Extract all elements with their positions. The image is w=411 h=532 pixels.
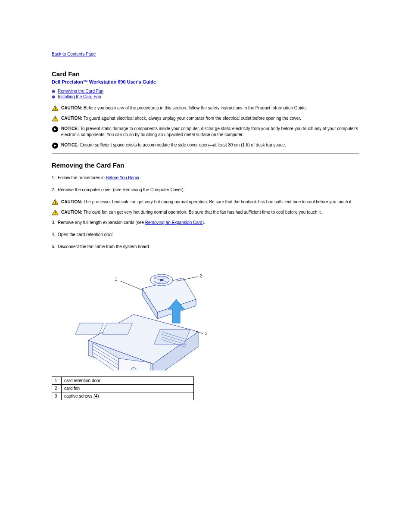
notice-arrow-icon (52, 142, 59, 149)
caution-notice: CAUTION: The card fan can get very hot d… (52, 209, 359, 215)
svg-rect-19 (55, 214, 55, 214)
callout-label: card fan (62, 385, 194, 392)
toc-link-removing[interactable]: Removing the Card Fan (58, 89, 103, 93)
toc-item: Installing the Card Fan (52, 94, 359, 99)
callout-label: captive screws (4) (62, 392, 194, 400)
caution-triangle-icon (52, 105, 59, 111)
notice-text: NOTICE: Ensure sufficient space exists t… (61, 142, 286, 148)
table-of-contents: Removing the Card Fan Installing the Car… (52, 89, 359, 99)
svg-rect-9 (55, 120, 55, 120)
card-fan-figure: 1 2 3 (69, 258, 211, 370)
notice-text: NOTICE: To prevent static damage to comp… (61, 126, 359, 138)
table-row: 3 captive screws (4) (52, 392, 194, 400)
bullet-icon (52, 95, 55, 99)
svg-text:1: 1 (115, 277, 117, 282)
caution-triangle-icon (52, 199, 59, 205)
svg-point-3 (53, 96, 53, 96)
divider (52, 153, 359, 154)
caution-triangle-icon (52, 209, 59, 215)
toc-link-installing[interactable]: Installing the Card Fan (58, 94, 101, 99)
svg-rect-30 (75, 323, 104, 334)
page-title: Card Fan (52, 70, 359, 78)
before-you-begin-link[interactable]: Before You Begin (106, 175, 139, 180)
notice-text: CAUTION: The card fan can get very hot d… (61, 209, 322, 215)
svg-point-1 (53, 90, 53, 91)
step-5: 5. Disconnect the fan cable from the sys… (52, 244, 359, 250)
svg-rect-6 (55, 109, 55, 110)
caution-notice: CAUTION: To guard against electrical sho… (52, 115, 359, 121)
removing-expansion-card-link[interactable]: Removing an Expansion Card (145, 220, 202, 225)
svg-rect-29 (102, 323, 133, 334)
bullet-icon (52, 90, 55, 93)
notice-notice: NOTICE: Ensure sufficient space exists t… (52, 142, 359, 149)
svg-point-2 (52, 95, 55, 98)
svg-rect-8 (55, 118, 55, 120)
step-3: 3. Remove any full-length expansion card… (52, 220, 359, 226)
svg-text:3: 3 (205, 331, 208, 336)
caution-notice: CAUTION: Before you begin any of the pro… (52, 105, 359, 111)
back-to-contents-link[interactable]: Back to Contents Page (52, 52, 96, 56)
svg-text:2: 2 (200, 274, 202, 278)
svg-rect-5 (55, 107, 55, 109)
svg-line-43 (120, 281, 143, 290)
svg-rect-18 (55, 212, 55, 214)
step-4: 4. Open the card retention door. (52, 232, 359, 238)
svg-rect-16 (55, 203, 55, 204)
table-row: 2 card fan (52, 385, 194, 392)
callout-table: 1 card retention door 2 card fan 3 capti… (52, 376, 194, 400)
svg-rect-15 (55, 201, 55, 203)
notice-text: CAUTION: Before you begin any of the pro… (61, 105, 307, 111)
step-2: 2. Remove the computer cover (see Removi… (52, 187, 359, 193)
step-1: 1. Follow the procedures in Before You B… (52, 175, 359, 181)
notice-text: CAUTION: To guard against electrical sho… (61, 115, 301, 121)
notice-arrow-icon (52, 126, 59, 133)
callout-label: card retention door (62, 377, 194, 385)
section-heading-removing: Removing the Card Fan (52, 162, 359, 169)
callout-num: 3 (52, 392, 62, 400)
callout-num: 2 (52, 385, 62, 392)
page-subtitle: Dell Precision™ Workstation 690 User's G… (52, 79, 359, 84)
svg-rect-31 (154, 330, 190, 344)
toc-item: Removing the Card Fan (52, 89, 359, 93)
caution-notice: CAUTION: The processor heatsink can get … (52, 199, 359, 205)
notice-notice: NOTICE: To prevent static damage to comp… (52, 126, 359, 138)
table-row: 1 card retention door (52, 377, 194, 385)
caution-triangle-icon (52, 115, 59, 121)
notice-text: CAUTION: The processor heatsink can get … (61, 199, 352, 205)
svg-point-0 (52, 90, 55, 93)
callout-num: 1 (52, 377, 62, 385)
